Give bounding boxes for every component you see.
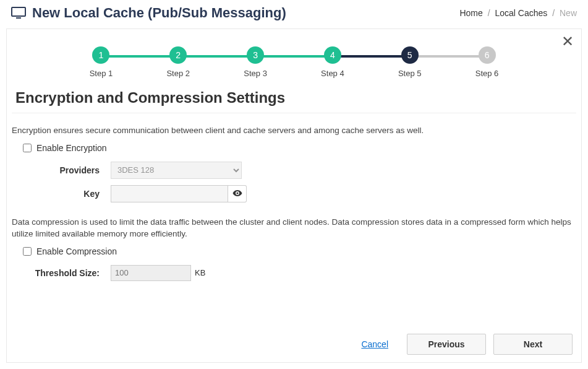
step-label: Step 3 [244, 69, 267, 78]
providers-row: Providers 3DES 128 [12, 162, 576, 179]
step-label: Step 2 [166, 69, 190, 78]
encryption-desc: Encryption ensures secure communication … [12, 124, 576, 137]
enable-compression-label: Enable Compression [36, 246, 117, 256]
breadcrumb-sep: / [552, 8, 555, 18]
threshold-label: Threshold Size: [12, 268, 111, 278]
enable-compression-checkbox[interactable] [23, 247, 32, 256]
step-label: Step 5 [398, 69, 422, 78]
step-6[interactable]: 6Step 6 [448, 46, 526, 78]
step-connector [178, 55, 255, 58]
enable-encryption-label: Enable Encryption [36, 143, 107, 153]
previous-button[interactable]: Previous [407, 334, 486, 355]
page-title: New Local Cache (Pub/Sub Messaging) [32, 5, 286, 21]
step-circle: 2 [169, 46, 187, 64]
cancel-link[interactable]: Cancel [361, 339, 388, 349]
key-label: Key [12, 189, 111, 199]
enable-encryption-checkbox[interactable] [23, 144, 32, 152]
stepper: 1Step 12Step 23Step 34Step 45Step 56Step… [7, 29, 581, 87]
svg-rect-0 [12, 7, 25, 16]
eye-icon [232, 189, 242, 199]
threshold-unit: KB [195, 268, 205, 277]
key-input-group [111, 185, 247, 202]
breadcrumb: Home / Local Caches / New [459, 8, 577, 18]
section-title: Encryption and Compression Settings [12, 87, 576, 113]
step-connector [333, 55, 410, 58]
step-label: Step 1 [90, 69, 113, 78]
svg-rect-1 [16, 17, 21, 19]
step-2[interactable]: 2Step 2 [140, 46, 217, 78]
threshold-input[interactable] [111, 265, 191, 281]
page-header: New Local Cache (Pub/Sub Messaging) Home… [0, 0, 588, 25]
key-input[interactable] [111, 185, 228, 202]
step-label: Step 6 [475, 69, 499, 78]
step-circle: 5 [401, 46, 419, 64]
step-label: Step 4 [321, 69, 344, 78]
wizard-footer: Cancel Previous Next [361, 334, 573, 355]
monitor-icon [11, 7, 26, 19]
breadcrumb-sep: / [488, 8, 490, 18]
step-1[interactable]: 1Step 1 [62, 46, 140, 78]
reveal-key-button[interactable] [228, 185, 247, 202]
step-4[interactable]: 4Step 4 [294, 46, 372, 78]
breadcrumb-local-caches[interactable]: Local Caches [495, 8, 547, 18]
step-circle: 4 [324, 46, 341, 64]
content-area: Encryption ensures secure communication … [7, 113, 581, 281]
header-left: New Local Cache (Pub/Sub Messaging) [11, 5, 286, 21]
breadcrumb-home[interactable]: Home [459, 8, 482, 18]
step-connector [101, 55, 178, 58]
threshold-row: Threshold Size: KB [12, 265, 576, 281]
key-row: Key [12, 185, 576, 202]
providers-label: Providers [12, 165, 111, 175]
step-circle: 3 [247, 46, 264, 64]
next-button[interactable]: Next [493, 334, 573, 355]
breadcrumb-current: New [560, 8, 577, 18]
step-5[interactable]: 5Step 5 [371, 46, 448, 78]
step-connector [410, 55, 487, 58]
enable-compression-row[interactable]: Enable Compression [23, 246, 576, 256]
providers-select[interactable]: 3DES 128 [111, 162, 242, 179]
compression-desc: Data compression is used to limit the da… [12, 216, 576, 240]
step-connector [255, 55, 333, 58]
step-circle: 1 [92, 46, 109, 64]
step-circle: 6 [479, 46, 496, 64]
wizard-panel: ✕ 1Step 12Step 23Step 34Step 45Step 56St… [6, 28, 582, 363]
step-3[interactable]: 3Step 3 [217, 46, 294, 78]
enable-encryption-row[interactable]: Enable Encryption [23, 143, 576, 153]
